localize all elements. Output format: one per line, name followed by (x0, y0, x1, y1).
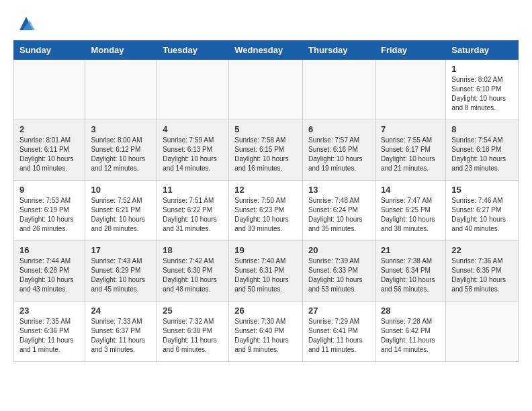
day-cell: 8Sunrise: 7:54 AM Sunset: 6:18 PM Daylig… (446, 120, 519, 181)
day-number: 6 (308, 124, 369, 134)
week-row-1: 1Sunrise: 8:02 AM Sunset: 6:10 PM Daylig… (14, 60, 519, 120)
day-cell: 15Sunrise: 7:46 AM Sunset: 6:27 PM Dayli… (446, 181, 519, 241)
day-info: Sunrise: 7:52 AM Sunset: 6:21 PM Dayligh… (91, 196, 151, 234)
day-cell: 14Sunrise: 7:47 AM Sunset: 6:25 PM Dayli… (375, 181, 445, 241)
day-info: Sunrise: 8:00 AM Sunset: 6:12 PM Dayligh… (91, 136, 151, 173)
day-cell: 2Sunrise: 8:01 AM Sunset: 6:11 PM Daylig… (14, 120, 85, 181)
logo (13, 13, 36, 34)
col-header-monday: Monday (85, 41, 157, 60)
week-row-3: 9Sunrise: 7:53 AM Sunset: 6:19 PM Daylig… (14, 181, 519, 241)
page-header (13, 13, 519, 34)
day-cell: 13Sunrise: 7:48 AM Sunset: 6:24 PM Dayli… (303, 181, 375, 241)
calendar-header-row: SundayMondayTuesdayWednesdayThursdayFrid… (14, 41, 519, 60)
day-cell: 4Sunrise: 7:59 AM Sunset: 6:13 PM Daylig… (157, 120, 229, 181)
day-info: Sunrise: 7:55 AM Sunset: 6:17 PM Dayligh… (381, 136, 440, 173)
day-number: 26 (234, 306, 297, 316)
day-cell (229, 60, 303, 120)
week-row-5: 23Sunrise: 7:35 AM Sunset: 6:36 PM Dayli… (14, 302, 519, 362)
col-header-friday: Friday (375, 41, 445, 60)
day-number: 12 (234, 185, 297, 195)
day-number: 23 (19, 306, 79, 316)
day-cell (375, 60, 445, 120)
day-cell: 16Sunrise: 7:44 AM Sunset: 6:28 PM Dayli… (14, 241, 85, 302)
col-header-wednesday: Wednesday (229, 41, 303, 60)
day-cell (85, 60, 157, 120)
day-cell: 19Sunrise: 7:40 AM Sunset: 6:31 PM Dayli… (229, 241, 303, 302)
day-number: 14 (381, 185, 440, 195)
col-header-tuesday: Tuesday (157, 41, 229, 60)
day-number: 4 (163, 124, 223, 134)
day-cell: 10Sunrise: 7:52 AM Sunset: 6:21 PM Dayli… (85, 181, 157, 241)
week-row-4: 16Sunrise: 7:44 AM Sunset: 6:28 PM Dayli… (14, 241, 519, 302)
day-number: 25 (163, 306, 223, 316)
day-cell: 17Sunrise: 7:43 AM Sunset: 6:29 PM Dayli… (85, 241, 157, 302)
day-info: Sunrise: 7:53 AM Sunset: 6:19 PM Dayligh… (19, 196, 79, 234)
day-info: Sunrise: 7:54 AM Sunset: 6:18 PM Dayligh… (451, 136, 513, 173)
day-number: 27 (308, 306, 369, 316)
day-info: Sunrise: 7:36 AM Sunset: 6:35 PM Dayligh… (451, 257, 513, 294)
day-number: 22 (451, 245, 513, 255)
day-info: Sunrise: 7:44 AM Sunset: 6:28 PM Dayligh… (19, 257, 79, 294)
day-cell: 1Sunrise: 8:02 AM Sunset: 6:10 PM Daylig… (446, 60, 519, 120)
day-info: Sunrise: 8:02 AM Sunset: 6:10 PM Dayligh… (451, 75, 513, 113)
day-cell: 27Sunrise: 7:29 AM Sunset: 6:41 PM Dayli… (303, 302, 375, 362)
day-number: 3 (91, 124, 151, 134)
calendar-table: SundayMondayTuesdayWednesdayThursdayFrid… (13, 40, 519, 362)
day-cell: 11Sunrise: 7:51 AM Sunset: 6:22 PM Dayli… (157, 181, 229, 241)
day-info: Sunrise: 7:39 AM Sunset: 6:33 PM Dayligh… (308, 257, 369, 294)
day-info: Sunrise: 7:32 AM Sunset: 6:38 PM Dayligh… (163, 317, 223, 355)
day-cell (446, 302, 519, 362)
day-cell: 20Sunrise: 7:39 AM Sunset: 6:33 PM Dayli… (303, 241, 375, 302)
day-number: 9 (19, 185, 79, 195)
day-cell: 25Sunrise: 7:32 AM Sunset: 6:38 PM Dayli… (157, 302, 229, 362)
day-info: Sunrise: 7:59 AM Sunset: 6:13 PM Dayligh… (163, 136, 223, 173)
day-cell: 24Sunrise: 7:33 AM Sunset: 6:37 PM Dayli… (85, 302, 157, 362)
day-cell: 28Sunrise: 7:28 AM Sunset: 6:42 PM Dayli… (375, 302, 445, 362)
day-info: Sunrise: 7:58 AM Sunset: 6:15 PM Dayligh… (234, 136, 297, 173)
day-number: 17 (91, 245, 151, 255)
day-info: Sunrise: 8:01 AM Sunset: 6:11 PM Dayligh… (19, 136, 79, 173)
day-info: Sunrise: 7:30 AM Sunset: 6:40 PM Dayligh… (234, 317, 297, 355)
day-cell (14, 60, 85, 120)
day-number: 21 (381, 245, 440, 255)
day-number: 13 (308, 185, 369, 195)
day-info: Sunrise: 7:29 AM Sunset: 6:41 PM Dayligh… (308, 317, 369, 355)
day-info: Sunrise: 7:43 AM Sunset: 6:29 PM Dayligh… (91, 257, 151, 294)
day-info: Sunrise: 7:33 AM Sunset: 6:37 PM Dayligh… (91, 317, 151, 355)
day-number: 19 (234, 245, 297, 255)
day-number: 16 (19, 245, 79, 255)
col-header-thursday: Thursday (303, 41, 375, 60)
day-cell: 6Sunrise: 7:57 AM Sunset: 6:16 PM Daylig… (303, 120, 375, 181)
logo-icon (16, 13, 36, 34)
col-header-saturday: Saturday (446, 41, 519, 60)
day-cell (303, 60, 375, 120)
day-cell: 26Sunrise: 7:30 AM Sunset: 6:40 PM Dayli… (229, 302, 303, 362)
week-row-2: 2Sunrise: 8:01 AM Sunset: 6:11 PM Daylig… (14, 120, 519, 181)
day-number: 7 (381, 124, 440, 134)
day-number: 8 (451, 124, 513, 134)
day-cell: 22Sunrise: 7:36 AM Sunset: 6:35 PM Dayli… (446, 241, 519, 302)
day-number: 20 (308, 245, 369, 255)
day-cell: 21Sunrise: 7:38 AM Sunset: 6:34 PM Dayli… (375, 241, 445, 302)
day-number: 2 (19, 124, 79, 134)
day-info: Sunrise: 7:50 AM Sunset: 6:23 PM Dayligh… (234, 196, 297, 234)
day-number: 10 (91, 185, 151, 195)
day-number: 24 (91, 306, 151, 316)
day-cell: 5Sunrise: 7:58 AM Sunset: 6:15 PM Daylig… (229, 120, 303, 181)
day-cell: 7Sunrise: 7:55 AM Sunset: 6:17 PM Daylig… (375, 120, 445, 181)
day-cell (157, 60, 229, 120)
day-info: Sunrise: 7:48 AM Sunset: 6:24 PM Dayligh… (308, 196, 369, 234)
day-number: 5 (234, 124, 297, 134)
day-number: 1 (451, 64, 513, 74)
day-info: Sunrise: 7:40 AM Sunset: 6:31 PM Dayligh… (234, 257, 297, 294)
day-info: Sunrise: 7:51 AM Sunset: 6:22 PM Dayligh… (163, 196, 223, 234)
col-header-sunday: Sunday (14, 41, 85, 60)
day-number: 15 (451, 185, 513, 195)
day-info: Sunrise: 7:28 AM Sunset: 6:42 PM Dayligh… (381, 317, 440, 355)
day-number: 11 (163, 185, 223, 195)
day-info: Sunrise: 7:35 AM Sunset: 6:36 PM Dayligh… (19, 317, 79, 355)
day-cell: 18Sunrise: 7:42 AM Sunset: 6:30 PM Dayli… (157, 241, 229, 302)
day-info: Sunrise: 7:57 AM Sunset: 6:16 PM Dayligh… (308, 136, 369, 173)
day-cell: 23Sunrise: 7:35 AM Sunset: 6:36 PM Dayli… (14, 302, 85, 362)
day-cell: 3Sunrise: 8:00 AM Sunset: 6:12 PM Daylig… (85, 120, 157, 181)
